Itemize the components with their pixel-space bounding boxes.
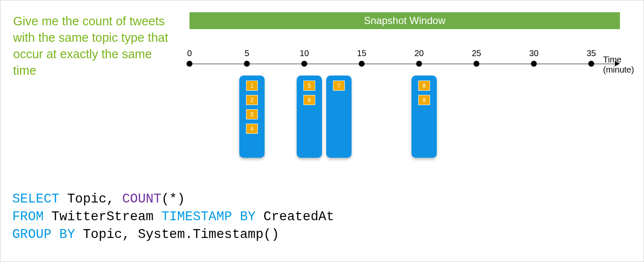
sql-count: COUNT <box>122 192 161 206</box>
sql-tsby: TIMESTAMP BY <box>161 209 255 224</box>
tick-label: 25 <box>472 49 481 58</box>
tick-label: 30 <box>529 49 538 58</box>
axis-line <box>189 64 616 64</box>
snapshot-window: 89 <box>411 76 437 158</box>
event-box: 5 <box>303 81 315 91</box>
description-text: Give me the count of tweets with the sam… <box>13 13 169 79</box>
tick-label: 35 <box>587 49 596 58</box>
tick-dot <box>588 61 594 67</box>
axis-label: Time (minute) <box>603 54 634 75</box>
sql-query: SELECT Topic, COUNT(*) FROM TwitterStrea… <box>12 190 334 243</box>
snapshot-window: 56 <box>297 76 322 158</box>
tick-label: 15 <box>357 49 366 58</box>
tick-dot <box>416 61 422 67</box>
sql-stream: TwitterStream <box>43 209 161 224</box>
sql-tail: Topic, System.Timestamp() <box>75 227 279 242</box>
sql-select: SELECT <box>12 192 60 206</box>
event-box: 7 <box>333 81 345 91</box>
axis-label-line1: Time <box>603 55 622 64</box>
tick-dot <box>244 61 250 67</box>
event-box: 1 <box>246 81 258 91</box>
sql-topic: Topic, <box>60 192 122 206</box>
sql-star: (*) <box>161 192 185 206</box>
event-box: 6 <box>303 95 315 105</box>
event-box: 4 <box>246 124 258 134</box>
tick-dot <box>301 61 307 67</box>
tick-label: 20 <box>414 49 424 58</box>
axis-label-line2: (minute) <box>603 65 634 74</box>
event-box: 9 <box>418 95 430 105</box>
snapshot-window: 1234 <box>239 76 265 158</box>
tick-label: 5 <box>244 49 249 58</box>
event-box: 3 <box>246 109 258 119</box>
timeline: Time (minute) 05101520253035 <box>189 47 633 72</box>
tick-dot <box>359 61 365 67</box>
sql-created: CreatedAt <box>256 209 334 224</box>
tick-label: 10 <box>300 49 309 58</box>
sql-from: FROM <box>12 209 43 224</box>
tick-dot <box>531 61 537 67</box>
windows-container: 123456789 <box>189 76 633 160</box>
event-box: 2 <box>246 95 258 105</box>
tick-label: 0 <box>187 49 192 58</box>
tick-dot <box>474 61 479 67</box>
tick-dot <box>187 61 192 67</box>
snapshot-window: 7 <box>326 76 352 158</box>
snapshot-banner: Snapshot Window <box>189 12 620 29</box>
sql-groupby: GROUP BY <box>12 227 75 242</box>
event-box: 8 <box>418 81 430 91</box>
